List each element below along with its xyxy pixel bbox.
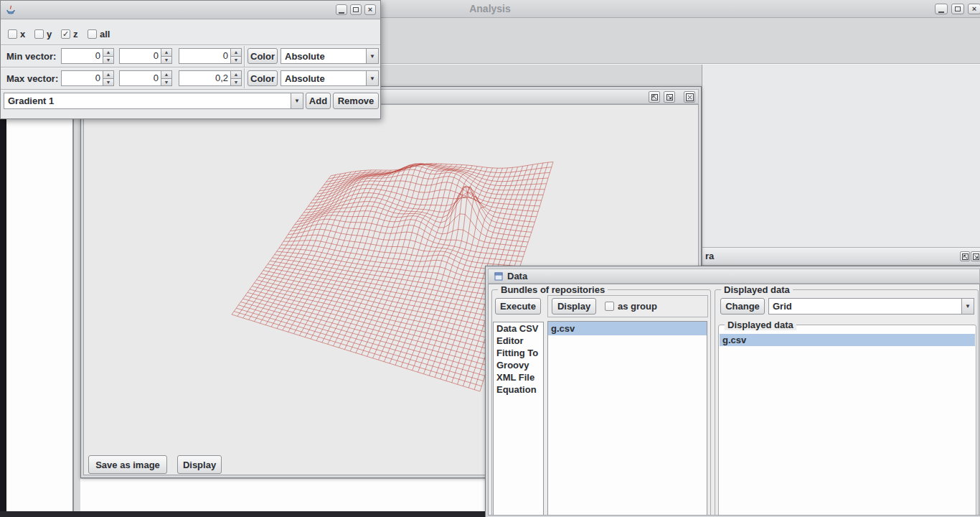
list-item-selected[interactable]: g.csv bbox=[548, 322, 707, 335]
window-close-button[interactable]: × bbox=[968, 4, 980, 14]
data-window-content: Bundles of repositories Execute Display … bbox=[488, 284, 980, 516]
chevron-down-icon[interactable]: ▼ bbox=[366, 49, 378, 63]
background-frame-titlebar[interactable]: ra bbox=[702, 247, 980, 266]
bundles-group-title: Bundles of repositories bbox=[498, 284, 608, 295]
repository-list[interactable]: Data CSV Editor Fitting To Groovy XML Fi… bbox=[493, 322, 544, 516]
axis-all-label: all bbox=[100, 29, 110, 39]
change-button[interactable]: Change bbox=[720, 298, 765, 315]
min-color-button[interactable]: Color bbox=[248, 48, 278, 64]
min-vector-label: Min vector: bbox=[6, 51, 56, 62]
axis-y-label: y bbox=[47, 29, 52, 39]
restore-corner-icon bbox=[961, 253, 969, 261]
spinner-up-button[interactable]: ▲ bbox=[231, 71, 241, 78]
list-item[interactable]: Equation bbox=[494, 383, 543, 396]
spinner-down-button[interactable]: ▼ bbox=[103, 78, 113, 86]
plot-display-button[interactable]: Display bbox=[177, 455, 222, 474]
dialog-close-button[interactable]: × bbox=[364, 4, 376, 15]
displayed-data-list-title: Displayed data bbox=[725, 320, 796, 330]
spinner-down-button[interactable]: ▼ bbox=[231, 56, 241, 64]
gradient-settings-dialog: × x y ✓ z all Min vector: 0 ▲▼ 0 ▲▼ 0 ▲▼… bbox=[0, 0, 381, 119]
as-group-checkbox[interactable] bbox=[605, 302, 614, 311]
chevron-down-icon[interactable]: ▼ bbox=[961, 299, 974, 314]
max-mode-select[interactable]: Absolute ▼ bbox=[281, 70, 379, 86]
list-item[interactable]: Groovy bbox=[494, 359, 543, 371]
axis-z-label: z bbox=[73, 29, 78, 39]
java-app-icon bbox=[6, 5, 16, 15]
chevron-down-icon[interactable]: ▼ bbox=[291, 93, 303, 108]
left-frame-border bbox=[0, 119, 6, 517]
divider bbox=[1, 45, 380, 46]
max-vector-y-spinner[interactable]: 0 ▲▼ bbox=[119, 70, 172, 86]
window-minimize-button[interactable] bbox=[935, 4, 948, 14]
max-vector-x-spinner[interactable]: 0 ▲▼ bbox=[61, 70, 114, 86]
min-vector-y-spinner[interactable]: 0 ▲▼ bbox=[119, 48, 172, 64]
axis-y-checkbox[interactable] bbox=[34, 29, 44, 39]
maximize-icon bbox=[353, 7, 359, 12]
axis-x-label: x bbox=[20, 29, 25, 39]
min-vector-z-spinner[interactable]: 0 ▲▼ bbox=[179, 48, 242, 64]
list-item[interactable]: Data CSV bbox=[494, 322, 543, 335]
list-item[interactable]: XML File bbox=[494, 371, 543, 383]
minimize-icon bbox=[339, 12, 344, 14]
plot-maximize-button[interactable] bbox=[664, 91, 675, 103]
data-window: Data Bundles of repositories Execute Dis… bbox=[485, 266, 980, 517]
dialog-maximize-button[interactable] bbox=[350, 4, 362, 15]
spinner-up-button[interactable]: ▲ bbox=[231, 49, 241, 56]
spinner-up-button[interactable]: ▲ bbox=[161, 49, 171, 56]
bottom-panel bbox=[80, 479, 485, 511]
remove-gradient-button[interactable]: Remove bbox=[333, 93, 379, 109]
maximize-corner-icon bbox=[972, 253, 980, 261]
restore-corner-icon bbox=[650, 93, 659, 102]
plot-close-button[interactable] bbox=[684, 91, 695, 103]
max-vector-z-spinner[interactable]: 0,2 ▲▼ bbox=[179, 70, 242, 86]
close-icon: × bbox=[972, 5, 976, 13]
max-color-button[interactable]: Color bbox=[248, 70, 278, 86]
add-gradient-button[interactable]: Add bbox=[306, 93, 331, 109]
min-vector-x-spinner[interactable]: 0 ▲▼ bbox=[61, 48, 114, 64]
view-mode-value: Grid bbox=[769, 301, 961, 312]
data-window-title: Data bbox=[507, 271, 527, 281]
close-icon: × bbox=[368, 6, 372, 14]
spinner-down-button[interactable]: ▼ bbox=[161, 56, 171, 64]
gradient-select[interactable]: Gradient 1 ▼ bbox=[4, 93, 303, 109]
divider bbox=[1, 67, 380, 68]
dialog-minimize-button[interactable] bbox=[336, 4, 347, 15]
divider bbox=[1, 89, 380, 90]
file-list[interactable]: g.csv bbox=[547, 321, 707, 516]
as-group-label: as group bbox=[618, 301, 657, 312]
minimize-icon bbox=[938, 11, 944, 13]
execute-button[interactable]: Execute bbox=[495, 298, 541, 315]
maximize-corner-icon bbox=[665, 93, 674, 102]
chevron-down-icon[interactable]: ▼ bbox=[366, 71, 378, 85]
left-panel bbox=[6, 119, 74, 511]
spinner-down-button[interactable]: ▼ bbox=[231, 78, 241, 86]
spinner-up-button[interactable]: ▲ bbox=[103, 71, 113, 78]
list-item[interactable]: Editor bbox=[494, 335, 543, 347]
max-vector-label: Max vector: bbox=[6, 73, 58, 84]
window-maximize-button[interactable] bbox=[951, 4, 964, 14]
view-mode-select[interactable]: Grid ▼ bbox=[768, 298, 974, 315]
data-window-icon bbox=[494, 272, 503, 281]
close-box-icon bbox=[685, 93, 694, 102]
axis-all-checkbox[interactable] bbox=[88, 29, 97, 39]
axis-x-checkbox[interactable] bbox=[8, 29, 17, 39]
frame-restore-button[interactable] bbox=[960, 251, 970, 261]
data-window-titlebar[interactable]: Data bbox=[488, 269, 980, 284]
min-mode-select[interactable]: Absolute ▼ bbox=[281, 48, 379, 64]
displayed-data-list-group: Displayed data g.csv bbox=[718, 325, 976, 516]
axis-z-checkbox[interactable]: ✓ bbox=[61, 29, 70, 39]
desktop: { "app": { "title": "Analysis" }, "icons… bbox=[0, 0, 980, 517]
spinner-down-button[interactable]: ▼ bbox=[161, 78, 171, 86]
list-item-selected[interactable]: g.csv bbox=[720, 334, 975, 346]
save-as-image-button[interactable]: Save as image bbox=[88, 455, 167, 474]
frame-maximize-button[interactable] bbox=[971, 251, 980, 261]
dialog-titlebar[interactable]: × bbox=[1, 1, 380, 19]
displayed-data-group-title: Displayed data bbox=[721, 284, 793, 295]
list-item[interactable]: Fitting To bbox=[494, 347, 543, 359]
plot-restore-button[interactable] bbox=[649, 91, 660, 103]
spinner-down-button[interactable]: ▼ bbox=[103, 56, 113, 64]
spinner-up-button[interactable]: ▲ bbox=[103, 49, 113, 56]
data-display-button[interactable]: Display bbox=[552, 298, 596, 315]
spinner-up-button[interactable]: ▲ bbox=[161, 71, 171, 78]
background-frame-title: ra bbox=[705, 251, 714, 261]
